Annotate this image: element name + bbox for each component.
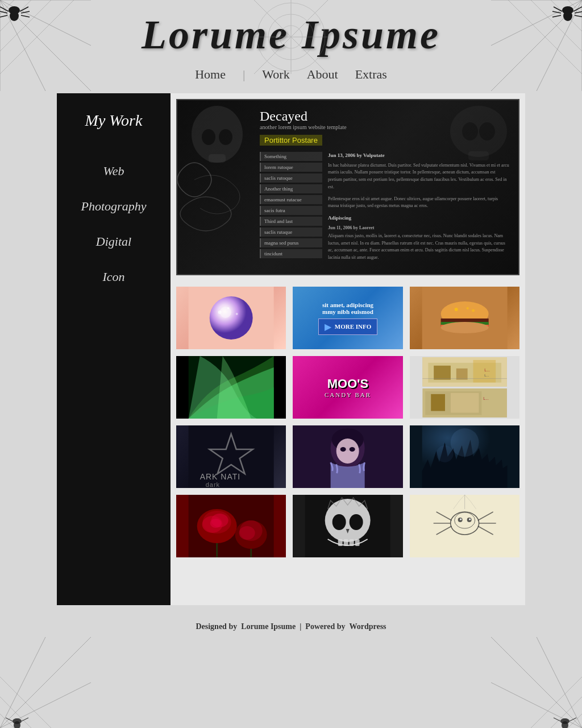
svg-rect-83 [451,392,479,412]
svg-point-51 [450,106,507,157]
nav-extras[interactable]: Extras [355,67,387,82]
svg-text:L...: L... [484,374,489,377]
preview-link-6[interactable]: magna sed purus [260,238,322,247]
svg-line-35 [491,637,582,728]
thumbnail-grid: sit amet, adipiscingmmy nibh euismod ▶ M… [176,287,519,557]
svg-point-67 [454,308,458,311]
svg-rect-74 [434,366,451,380]
svg-point-129 [469,519,471,520]
svg-text:L...: L... [484,368,490,372]
svg-point-66 [440,322,488,333]
sidebar-item-digital[interactable]: Digital [57,224,171,259]
svg-point-68 [466,307,468,309]
svg-line-10 [20,7,28,11]
preview-link-third[interactable]: Third and last [260,217,322,226]
footer-brand[interactable]: Lorume Ipsume [241,622,296,631]
main-container: My Work Web Photography Digital Icon [57,93,525,605]
thumb-room[interactable]: L... L... L... [410,356,519,419]
preview-post-label: Portittor Postare [260,135,322,146]
svg-point-94 [350,447,355,452]
svg-line-12 [21,15,30,17]
featured-preview[interactable]: Decayed another lorem ipsum website temp… [176,99,519,275]
svg-point-69 [472,309,475,312]
svg-line-20 [554,7,562,11]
svg-point-52 [462,122,478,140]
thumb-moos-text: MOO'S [327,377,368,391]
svg-text:dark: dark [206,481,220,488]
svg-point-19 [563,11,572,21]
preview-link-1[interactable]: lorem rutoque [260,163,322,172]
thumb-jewelry[interactable] [176,287,286,349]
sidebar-item-web[interactable]: Web [57,154,171,189]
thumb-ad-blue[interactable]: sit amet, adipiscingmmy nibh euismod ▶ M… [293,287,402,349]
svg-text:L...: L... [483,396,489,400]
preview-sidebar-links: Something lorem rutoque saclis rutoque A… [260,152,322,262]
svg-rect-82 [431,394,445,411]
preview-link-4[interactable]: sacis futra [260,206,322,215]
svg-point-128 [460,519,462,520]
footer-cms[interactable]: Wordpress [349,622,386,631]
svg-point-59 [227,307,230,309]
thumb-red-roses[interactable] [176,495,286,557]
svg-rect-54 [468,151,489,160]
svg-point-92 [336,439,359,464]
preview-skull-right [439,100,518,180]
svg-point-93 [340,447,346,452]
thumb-gothic-girl[interactable] [293,425,402,488]
preview-link-3[interactable]: emaomust rutacue [260,195,322,204]
thumb-sketch[interactable] [410,495,519,557]
svg-rect-50 [209,154,226,163]
thumb-ad-text: sit amet, adipiscingmmy nibh euismod [322,301,373,315]
footer-designed-by: Designed by [196,622,237,631]
preview-link-5[interactable]: saclis rutaque [260,228,322,237]
thumb-dark-trees[interactable] [410,425,519,488]
svg-line-27 [0,637,45,728]
sidebar-item-photography[interactable]: Photography [57,189,171,224]
preview-link-something[interactable]: Something [260,152,322,161]
header-web-decoration [254,0,328,74]
thumb-moos-sub: CANDY BAR [325,391,371,398]
sidebar-title: My Work [85,110,143,131]
thumb-burger[interactable] [410,287,519,349]
preview-skull-art [177,100,257,254]
svg-point-60 [236,313,238,315]
nav-divider-1: | [243,67,245,82]
thumb-dark-nation[interactable]: ARK NATI dark [176,425,286,488]
svg-line-22 [552,15,561,17]
svg-line-9 [0,15,7,17]
preview-link-7[interactable]: tincidunt [260,249,322,258]
sidebar-item-icon[interactable]: Icon [57,259,171,295]
footer-powered-by: Powered by [305,622,345,631]
svg-point-48 [202,129,215,145]
thumb-room-2[interactable]: L... [411,388,518,418]
thumb-green-abstract[interactable] [176,356,286,419]
svg-line-34 [537,637,582,728]
content-area: Decayed another lorem ipsum website temp… [171,93,525,605]
svg-point-53 [479,122,495,140]
svg-point-103 [210,519,222,528]
footer-separator: | [300,622,301,631]
thumb-ad-button[interactable]: MORE INFO [335,323,371,330]
thumb-skull-illustration[interactable] [293,495,402,557]
spider-corner-bottom-left [0,637,91,728]
svg-text:ARK NATI: ARK NATI [200,472,241,481]
svg-point-111 [332,514,346,530]
svg-line-14 [537,0,582,91]
svg-point-97 [436,445,453,462]
preview-link-2[interactable]: saclis rutoque [260,173,322,183]
svg-point-49 [219,129,232,145]
preview-link-another[interactable]: Another thing [260,184,322,193]
thumb-room-1[interactable]: L... L... [411,357,518,387]
nav-home[interactable]: Home [195,67,226,82]
svg-point-6 [10,11,19,21]
sidebar: My Work Web Photography Digital Icon [57,93,171,605]
spider-corner-top-right [491,0,582,91]
svg-rect-75 [456,369,467,380]
svg-point-56 [210,296,253,340]
svg-point-112 [350,514,363,530]
spider-corner-top-left [0,0,91,91]
svg-line-25 [575,15,582,17]
thumb-moos-candy[interactable]: MOO'S CANDY BAR [293,356,402,419]
svg-point-58 [218,311,222,314]
svg-point-106 [239,526,255,540]
